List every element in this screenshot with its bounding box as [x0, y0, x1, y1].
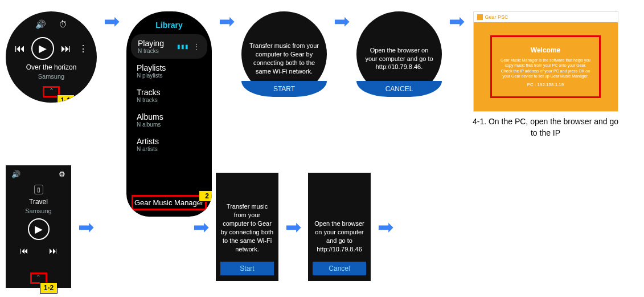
play-button[interactable]: ▶ — [28, 218, 50, 240]
watch-rect-transfer: Transfer music from your computer to Gea… — [216, 173, 278, 281]
pc-browser-window: Gear PSC Welcome Gear Music Manager is t… — [473, 11, 618, 112]
welcome-ip: PC : 192.158.1.19 — [499, 82, 592, 87]
pc-panel: Gear PSC Welcome Gear Music Manager is t… — [471, 11, 620, 139]
track-title: Travel — [25, 198, 51, 207]
library-item-gear-music-manager[interactable]: Gear Music Manager — [132, 196, 206, 210]
watch-rect-open-browser: Open the browser on your computer and go… — [308, 173, 371, 281]
welcome-title: Welcome — [499, 46, 592, 54]
flow-row-rect: 🔊 ⚙ ▯ Travel Samsung ▶ ⏮ ⏭ ˄ 1-2 ➡ ➡ Tra… — [6, 165, 638, 288]
track-artist: Samsung — [26, 72, 77, 80]
cancel-button[interactable]: Cancel — [313, 262, 366, 275]
watch-round-player: 🔊 ⏱ ⏮ ▶ ⏭ ⋮ Over the horizon Samsung ˄ 1… — [6, 11, 97, 103]
transfer-message: Transfer music from your computer to Gea… — [220, 202, 274, 253]
more-icon[interactable]: ⋮ — [79, 43, 88, 54]
volume-icon[interactable]: 🔊 — [35, 19, 46, 30]
timer-icon[interactable]: ⏱ — [59, 19, 67, 30]
arrow-icon: ➡ — [446, 11, 467, 31]
arrow-icon: ➡ — [375, 217, 396, 237]
open-browser-message: Open the browser on your computer and go… — [313, 219, 366, 253]
arrow-icon: ➡ — [283, 217, 303, 237]
track-artist: Samsung — [25, 207, 51, 215]
more-icon[interactable]: ⋮ — [192, 42, 200, 51]
prev-icon[interactable]: ⏮ — [20, 246, 28, 255]
prev-icon[interactable]: ⏮ — [15, 43, 24, 55]
equalizer-icon: ▮▮▮ — [177, 43, 189, 50]
pc-tab-label: Gear PSC — [485, 14, 508, 20]
pc-body: Welcome Gear Music Manager is the softwa… — [474, 22, 618, 111]
open-browser-message: Open the browser on your computer and go… — [364, 46, 434, 72]
track-title: Over the horizon — [26, 63, 77, 72]
start-button[interactable]: START — [241, 81, 327, 97]
track-controls: ⏮ ▶ ⏭ ⋮ — [15, 37, 88, 60]
arrow-icon: ➡ — [191, 217, 211, 237]
cancel-button[interactable]: CANCEL — [356, 81, 442, 97]
player-top-icons: 🔊 ⏱ — [6, 19, 97, 30]
lib-playing-sub: N tracks — [138, 48, 164, 54]
library-item-artists[interactable]: Artists N artists — [126, 132, 212, 157]
pc-caption: 4-1. On the PC, open the browser and go … — [471, 116, 620, 139]
volume-icon[interactable]: 🔊 — [11, 170, 20, 178]
watch-rect-player: 🔊 ⚙ ▯ Travel Samsung ▶ ⏮ ⏭ ˄ 1-2 — [6, 165, 71, 288]
callout-1-1: 1-1 — [57, 95, 75, 103]
library-title: Library — [126, 21, 212, 30]
app-icon — [477, 14, 483, 20]
device-icon[interactable]: ▯ — [34, 185, 43, 194]
transfer-message: Transfer music from your computer to Gea… — [249, 42, 319, 75]
library-item-playlists[interactable]: Playlists N playlists — [126, 59, 212, 83]
pc-tab: Gear PSC — [474, 12, 618, 22]
callout-2: 2 — [199, 190, 212, 202]
lib-playing-label: Playing — [138, 39, 164, 48]
library-item-tracks[interactable]: Tracks N tracks — [126, 83, 212, 108]
arrow-icon: ➡ — [331, 11, 352, 31]
settings-icon[interactable]: ⚙ — [59, 170, 65, 178]
arrow-icon: ➡ — [101, 11, 122, 31]
welcome-message: Gear Music Manager is the software that … — [499, 58, 592, 78]
watch-round-transfer: Transfer music from your computer to Gea… — [241, 11, 327, 97]
arrow-icon: ➡ — [216, 11, 237, 31]
library-item-albums[interactable]: Albums N albums — [126, 108, 212, 132]
next-icon[interactable]: ⏭ — [61, 43, 71, 55]
arrow-icon: ➡ — [76, 217, 96, 237]
play-button[interactable]: ▶ — [31, 37, 54, 60]
watch-round-open-browser: Open the browser on your computer and go… — [356, 11, 442, 97]
track-meta: Over the horizon Samsung — [26, 63, 77, 80]
callout-1-2: 1-2 — [40, 282, 58, 294]
welcome-box: Welcome Gear Music Manager is the softwa… — [494, 39, 597, 93]
start-button[interactable]: Start — [220, 262, 274, 275]
library-panel: Library Playing N tracks ▮▮▮ ⋮ Playlists… — [126, 11, 212, 217]
library-now-playing[interactable]: Playing N tracks ▮▮▮ ⋮ — [131, 34, 207, 59]
next-icon[interactable]: ⏭ — [49, 246, 58, 255]
